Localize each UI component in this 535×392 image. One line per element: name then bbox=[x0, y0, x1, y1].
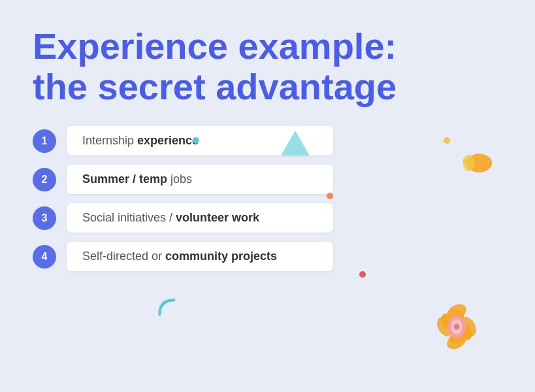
number-badge-1: 1 bbox=[33, 129, 56, 153]
svg-point-5 bbox=[444, 330, 469, 352]
svg-point-3 bbox=[444, 301, 469, 323]
svg-point-12 bbox=[451, 319, 462, 334]
number-badge-2: 2 bbox=[33, 168, 56, 191]
orange-splash-decoration bbox=[460, 150, 496, 176]
bowtie-decoration bbox=[424, 301, 489, 353]
svg-point-6 bbox=[434, 314, 456, 339]
teal-arc-decoration bbox=[157, 297, 180, 320]
svg-point-4 bbox=[457, 314, 479, 339]
svg-point-7 bbox=[448, 308, 465, 322]
svg-point-0 bbox=[466, 154, 492, 172]
item-label-2: Summer / temp jobs bbox=[67, 165, 333, 194]
number-badge-3: 3 bbox=[33, 206, 56, 230]
svg-point-11 bbox=[447, 315, 466, 338]
page-container: Experience example: the secret advantage… bbox=[0, 0, 535, 392]
item-label-1: Internship experience bbox=[67, 126, 333, 155]
list-item: 2 Summer / temp jobs bbox=[33, 165, 333, 194]
item-label-4: Self-directed or community projects bbox=[67, 242, 333, 271]
svg-point-13 bbox=[454, 324, 460, 330]
number-badge-4: 4 bbox=[33, 245, 56, 269]
list-item: 4 Self-directed or community projects bbox=[33, 242, 333, 271]
list-item: 1 Internship experience bbox=[33, 126, 333, 155]
svg-point-9 bbox=[448, 331, 465, 345]
svg-point-1 bbox=[463, 155, 475, 171]
red-dot-decoration bbox=[359, 271, 366, 278]
page-title: Experience example: the secret advantage bbox=[33, 26, 398, 106]
item-label-3: Social initiatives / volunteer work bbox=[67, 203, 333, 233]
list-item: 3 Social initiatives / volunteer work bbox=[33, 203, 333, 233]
items-list: 1 Internship experience 2 Summer / temp … bbox=[33, 126, 333, 271]
svg-point-8 bbox=[459, 324, 473, 341]
svg-point-10 bbox=[440, 312, 453, 329]
yellow-dot-decoration bbox=[444, 137, 450, 144]
svg-point-2 bbox=[462, 158, 467, 163]
